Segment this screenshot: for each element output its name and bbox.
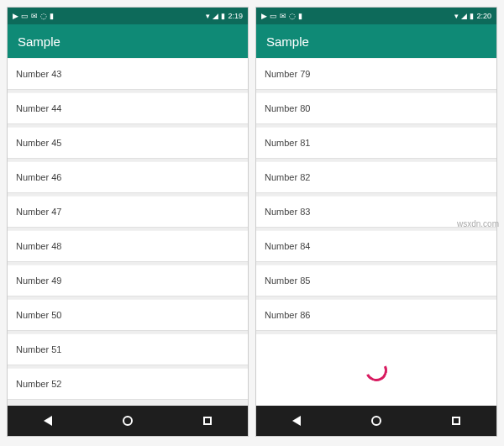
app-title: Sample xyxy=(18,34,60,49)
home-button[interactable] xyxy=(360,412,393,429)
list-item[interactable]: Number 51 xyxy=(8,333,248,365)
list-item[interactable]: Number 81 xyxy=(256,127,496,159)
list-item[interactable]: Number 44 xyxy=(8,92,248,124)
list-item-label: Number 51 xyxy=(16,344,61,354)
list-item-label: Number 85 xyxy=(265,275,310,286)
sync-icon: ◌ xyxy=(289,12,296,20)
status-left-icons: ▶ ▭ ✉ ◌ ▮ xyxy=(261,12,302,20)
list-item[interactable]: Number 85 xyxy=(256,265,496,296)
list-view[interactable]: Number 43 Number 44 Number 45 Number 46 … xyxy=(8,58,248,406)
loading-row xyxy=(256,333,496,406)
back-button[interactable] xyxy=(280,412,313,429)
card-icon: ▮ xyxy=(50,12,54,20)
status-bar: ▶ ▭ ✉ ◌ ▮ ▾ ◢ ▮ 2:19 xyxy=(8,8,248,24)
recents-icon xyxy=(452,417,460,425)
list-item-label: Number 80 xyxy=(265,103,310,113)
battery-icon: ▮ xyxy=(221,12,225,20)
list-item[interactable]: Number 52 xyxy=(8,368,248,400)
list-item[interactable]: Number 49 xyxy=(8,265,248,296)
list-view[interactable]: Number 79 Number 80 Number 81 Number 82 … xyxy=(256,58,496,406)
wifi-icon: ▾ xyxy=(206,12,210,20)
list-item-label: Number 86 xyxy=(265,310,310,320)
list-item[interactable]: Number 84 xyxy=(256,230,496,262)
list-item-label: Number 46 xyxy=(16,172,61,182)
list-item-label: Number 44 xyxy=(16,103,61,113)
back-icon xyxy=(292,416,301,426)
loading-spinner-icon xyxy=(362,356,390,384)
status-bar: ▶ ▭ ✉ ◌ ▮ ▾ ◢ ▮ 2:20 xyxy=(256,8,496,24)
list-item[interactable]: Number 43 xyxy=(8,58,248,90)
status-left-icons: ▶ ▭ ✉ ◌ ▮ xyxy=(13,12,54,20)
list-item[interactable]: Number 45 xyxy=(8,127,248,159)
list-item-label: Number 84 xyxy=(265,241,310,251)
list-item-label: Number 82 xyxy=(265,172,310,182)
list-item[interactable]: Number 79 xyxy=(256,58,496,90)
signal-icon: ◢ xyxy=(213,12,218,20)
mail-icon: ✉ xyxy=(31,12,38,20)
list-item[interactable]: Number 80 xyxy=(256,92,496,124)
list-item[interactable]: Number 46 xyxy=(8,161,248,193)
status-right-icons: ▾ ◢ ▮ 2:19 xyxy=(206,12,243,20)
list-item-label: Number 81 xyxy=(265,138,310,148)
mail-icon: ✉ xyxy=(280,12,286,20)
watermark: wsxdn.com xyxy=(457,218,499,228)
list-item-label: Number 47 xyxy=(16,207,61,217)
list-item[interactable]: Number 50 xyxy=(8,299,248,331)
youtube-icon: ▶ xyxy=(13,12,18,20)
card-icon: ▮ xyxy=(298,12,302,20)
list-item-label: Number 49 xyxy=(16,275,61,286)
signal-icon: ◢ xyxy=(461,12,467,20)
status-right-icons: ▾ ◢ ▮ 2:20 xyxy=(454,12,491,20)
recents-icon xyxy=(203,417,212,425)
list-item-label: Number 43 xyxy=(16,69,61,79)
list-item[interactable]: Number 82 xyxy=(256,161,496,193)
list-item-label: Number 45 xyxy=(16,138,61,148)
app-title: Sample xyxy=(266,34,309,49)
battery-icon: ▮ xyxy=(470,12,474,20)
sync-icon: ◌ xyxy=(40,12,47,20)
app-bar: Sample xyxy=(256,24,496,58)
list-item[interactable]: Number 47 xyxy=(8,196,248,228)
list-item[interactable]: Number 48 xyxy=(8,230,248,262)
home-button[interactable] xyxy=(111,412,144,429)
back-icon xyxy=(44,416,52,426)
screencast-icon: ▭ xyxy=(270,12,277,20)
app-bar: Sample xyxy=(8,24,248,58)
screencast-icon: ▭ xyxy=(21,12,29,20)
youtube-icon: ▶ xyxy=(261,12,267,20)
list-item-label: Number 50 xyxy=(16,310,61,320)
recents-button[interactable] xyxy=(191,412,224,429)
wifi-icon: ▾ xyxy=(454,12,459,20)
list-item-label: Number 83 xyxy=(265,207,310,217)
list-item-label: Number 52 xyxy=(16,379,61,389)
status-time: 2:19 xyxy=(228,12,243,20)
phone-left: ▶ ▭ ✉ ◌ ▮ ▾ ◢ ▮ 2:19 Sample Number 43 Nu… xyxy=(7,7,249,437)
list-item-label: Number 48 xyxy=(16,241,61,251)
home-icon xyxy=(371,416,381,426)
back-button[interactable] xyxy=(31,412,65,429)
list-item-label: Number 79 xyxy=(265,69,310,79)
home-icon xyxy=(123,416,133,426)
status-time: 2:20 xyxy=(476,12,491,20)
nav-bar xyxy=(8,406,248,436)
recents-button[interactable] xyxy=(439,412,473,429)
list-item[interactable]: Number 86 xyxy=(256,299,496,331)
nav-bar xyxy=(256,406,496,436)
